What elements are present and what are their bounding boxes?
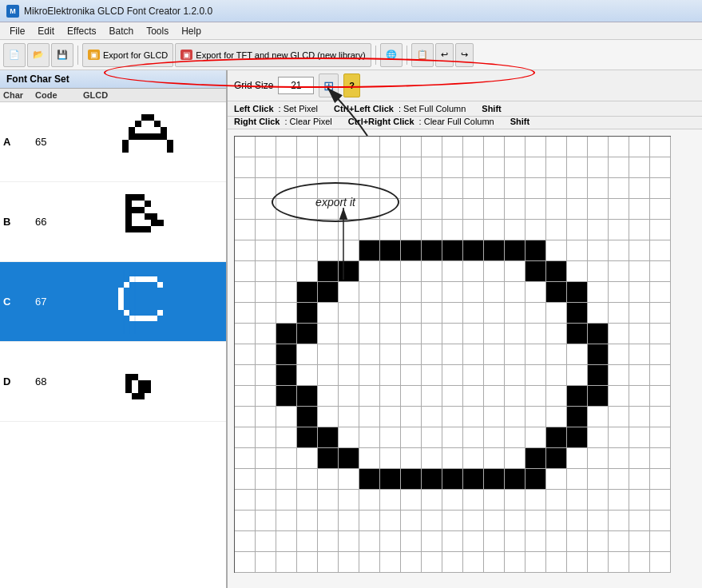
pixel-cell[interactable]	[505, 490, 526, 511]
pixel-cell[interactable]	[505, 448, 526, 469]
pixel-cell[interactable]	[609, 344, 629, 365]
pixel-cell[interactable]	[442, 157, 463, 178]
pixel-cell[interactable]	[546, 386, 567, 407]
pixel-cell[interactable]	[484, 427, 505, 448]
pixel-cell[interactable]	[629, 469, 650, 490]
pixel-cell[interactable]	[380, 303, 401, 324]
pixel-cell[interactable]	[297, 511, 318, 531]
pixel-cell[interactable]	[588, 427, 609, 448]
pixel-cell[interactable]	[505, 511, 526, 531]
pixel-cell[interactable]	[235, 552, 256, 573]
pixel-cell[interactable]	[401, 365, 422, 386]
pixel-cell[interactable]	[256, 552, 276, 573]
pixel-cell[interactable]	[359, 511, 380, 531]
pixel-cell[interactable]	[276, 365, 297, 386]
pixel-cell[interactable]	[526, 511, 546, 531]
pixel-cell[interactable]	[609, 531, 629, 552]
pixel-cell[interactable]	[297, 220, 318, 240]
pixel-cell[interactable]	[546, 344, 567, 365]
pixel-cell[interactable]	[276, 157, 297, 178]
pixel-cell[interactable]	[505, 365, 526, 386]
pixel-cell[interactable]	[235, 324, 256, 344]
pixel-cell[interactable]	[276, 282, 297, 303]
char-row-C[interactable]: C 67	[0, 262, 226, 342]
pixel-cell[interactable]	[567, 365, 588, 386]
pixel-cell[interactable]	[484, 365, 505, 386]
pixel-cell[interactable]	[609, 490, 629, 511]
pixel-cell[interactable]	[297, 365, 318, 386]
pixel-cell[interactable]	[546, 157, 567, 178]
pixel-cell[interactable]	[318, 511, 339, 531]
pixel-cell[interactable]	[422, 448, 442, 469]
pixel-cell[interactable]	[629, 448, 650, 469]
pixel-cell[interactable]	[588, 240, 609, 261]
pixel-cell[interactable]	[380, 407, 401, 427]
pixel-cell[interactable]	[588, 448, 609, 469]
pixel-cell[interactable]	[546, 490, 567, 511]
pixel-cell[interactable]	[567, 427, 588, 448]
pixel-cell[interactable]	[526, 261, 546, 282]
pixel-cell[interactable]	[235, 344, 256, 365]
pixel-cell[interactable]	[629, 552, 650, 573]
pixel-cell[interactable]	[442, 386, 463, 407]
pixel-cell[interactable]	[380, 365, 401, 386]
pixel-cell[interactable]	[401, 240, 422, 261]
pixel-cell[interactable]	[359, 199, 380, 220]
pixel-cell[interactable]	[359, 220, 380, 240]
pixel-cell[interactable]	[629, 531, 650, 552]
pixel-cell[interactable]	[588, 386, 609, 407]
pixel-cell[interactable]	[276, 303, 297, 324]
pixel-cell[interactable]	[442, 427, 463, 448]
pixel-cell[interactable]	[297, 240, 318, 261]
pixel-cell[interactable]	[588, 552, 609, 573]
pixel-cell[interactable]	[588, 344, 609, 365]
pixel-cell[interactable]	[235, 531, 256, 552]
pixel-cell[interactable]	[380, 157, 401, 178]
pixel-cell[interactable]	[526, 407, 546, 427]
pixel-cell[interactable]	[297, 386, 318, 407]
pixel-cell[interactable]	[276, 240, 297, 261]
pixel-cell[interactable]	[567, 137, 588, 157]
redo-button[interactable]: ↪	[455, 43, 474, 67]
pixel-cell[interactable]	[588, 282, 609, 303]
pixel-cell[interactable]	[235, 240, 256, 261]
pixel-cell[interactable]	[629, 427, 650, 448]
pixel-cell[interactable]	[276, 344, 297, 365]
pixel-cell[interactable]	[442, 531, 463, 552]
pixel-cell[interactable]	[526, 469, 546, 490]
pixel-cell[interactable]	[256, 157, 276, 178]
grid-size-input[interactable]	[278, 77, 314, 94]
pixel-cell[interactable]	[629, 344, 650, 365]
pixel-cell[interactable]	[297, 531, 318, 552]
pixel-cell[interactable]	[526, 552, 546, 573]
pixel-cell[interactable]	[256, 511, 276, 531]
pixel-cell[interactable]	[442, 365, 463, 386]
pixel-cell[interactable]	[401, 324, 422, 344]
pixel-cell[interactable]	[318, 199, 339, 220]
pixel-cell[interactable]	[484, 407, 505, 427]
pixel-cell[interactable]	[567, 552, 588, 573]
pixel-cell[interactable]	[235, 469, 256, 490]
save-button[interactable]: 💾	[51, 43, 73, 67]
pixel-cell[interactable]	[422, 427, 442, 448]
pixel-cell[interactable]	[318, 220, 339, 240]
pixel-cell[interactable]	[422, 344, 442, 365]
pixel-cell[interactable]	[609, 303, 629, 324]
pixel-cell[interactable]	[546, 531, 567, 552]
pixel-cell[interactable]	[339, 157, 359, 178]
pixel-cell[interactable]	[297, 324, 318, 344]
pixel-cell[interactable]	[401, 303, 422, 324]
pixel-cell[interactable]	[318, 407, 339, 427]
pixel-cell[interactable]	[463, 282, 484, 303]
pixel-cell[interactable]	[650, 344, 671, 365]
pixel-cell[interactable]	[567, 303, 588, 324]
pixel-cell[interactable]	[297, 157, 318, 178]
pixel-cell[interactable]	[297, 199, 318, 220]
char-row-D[interactable]: D 68	[0, 342, 226, 422]
pixel-cell[interactable]	[422, 137, 442, 157]
pixel-cell[interactable]	[588, 490, 609, 511]
pixel-cell[interactable]	[256, 282, 276, 303]
pixel-cell[interactable]	[526, 303, 546, 324]
pixel-cell[interactable]	[235, 137, 256, 157]
pixel-cell[interactable]	[442, 137, 463, 157]
